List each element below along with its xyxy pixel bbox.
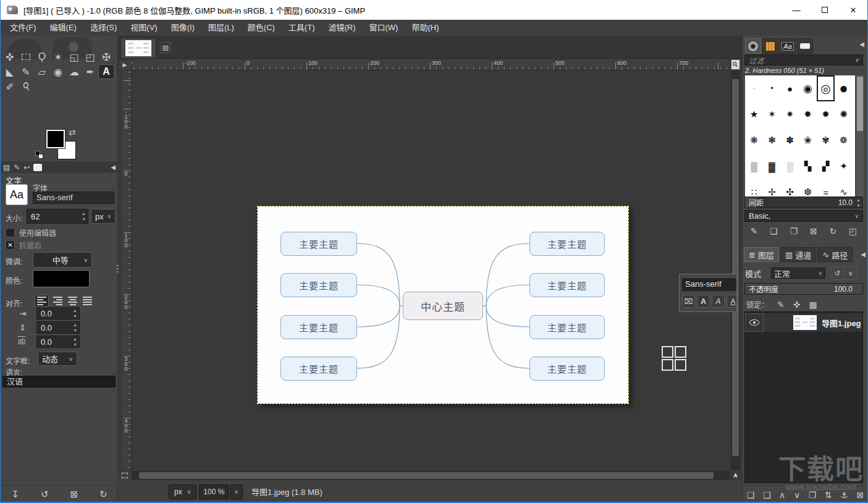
spin-up-icon[interactable]: ▴	[74, 336, 76, 342]
use-editor-checkbox-row[interactable]: 使用编辑器	[6, 227, 56, 238]
menu-layer[interactable]: 图层(L)	[201, 20, 241, 36]
vertical-scrollbar[interactable]	[731, 70, 740, 470]
brush-item[interactable]: ❁	[835, 127, 853, 153]
save-preset-icon[interactable]: ↧	[11, 489, 19, 500]
brush-item[interactable]: ✾	[817, 127, 835, 153]
italic-button[interactable]: A	[712, 295, 725, 308]
size-stepper[interactable]: 62 ▴▾	[27, 209, 88, 224]
foreground-color-swatch[interactable]	[46, 130, 65, 148]
mode-dropdown[interactable]: 正常 ∨	[770, 266, 827, 280]
mindmap-right-node[interactable]: 主要主题	[529, 232, 605, 256]
image-tab[interactable]	[120, 38, 156, 59]
collapse-arrow-icon[interactable]: ◀	[111, 164, 116, 171]
mindmap-left-node[interactable]: 主要主题	[280, 232, 357, 256]
spin-down-icon[interactable]: ▾	[74, 342, 76, 347]
duplicate-layer-icon[interactable]: ❐	[809, 490, 817, 500]
antialias-checkbox[interactable]: ✕	[6, 240, 15, 250]
spacing-slider[interactable]: 间距 10.0 ▴▾	[744, 197, 863, 208]
mode-reset-icon[interactable]: ↺	[831, 267, 845, 279]
raise-layer-icon[interactable]: ∧	[779, 490, 785, 500]
menu-view[interactable]: 视图(V)	[124, 20, 164, 36]
layers-tab[interactable]: ≣ 图层	[744, 247, 779, 262]
edit-brush-icon[interactable]: ✎	[751, 226, 758, 236]
horizontal-scrollbar-thumb[interactable]	[139, 472, 714, 479]
default-colors-icon[interactable]	[35, 151, 44, 159]
spin-up-icon[interactable]: ▴	[857, 197, 859, 203]
align-left-button[interactable]	[35, 295, 49, 307]
new-layer-group-icon[interactable]: ❑	[763, 490, 771, 500]
tool-options-tab-icon[interactable]: ✎	[14, 163, 20, 172]
brush-item[interactable]: ▓	[763, 153, 781, 179]
lower-layer-icon[interactable]: ∨	[794, 490, 800, 500]
bold-button[interactable]: A	[697, 295, 710, 308]
brush-item[interactable]: ▞	[817, 153, 835, 179]
delete-brush-icon[interactable]: ⊠	[810, 226, 817, 236]
brush-item[interactable]: ✷	[781, 101, 799, 127]
language-input[interactable]: 汉语	[2, 376, 116, 387]
undo-history-icon[interactable]: ↩	[23, 163, 30, 172]
menu-select[interactable]: 选择(S)	[83, 20, 124, 36]
zoom-dropdown-button[interactable]: ∨	[230, 484, 243, 499]
brush-item[interactable]: ✦	[835, 153, 853, 179]
unified-transform-tool[interactable]: ◰	[82, 49, 98, 64]
menu-tools[interactable]: 工具(T)	[282, 20, 322, 36]
lock-paint-icon[interactable]: ✎	[777, 300, 785, 310]
use-editor-checkbox[interactable]	[6, 228, 15, 237]
vertical-ruler[interactable]: -100 0 100 200 300 400	[122, 70, 132, 470]
free-select-tool[interactable]: Ϙ	[34, 49, 50, 64]
channels-tab[interactable]: ▥ 通道	[780, 247, 816, 262]
color-picker-tool[interactable]: ✐	[2, 79, 18, 94]
align-center-button[interactable]	[65, 295, 80, 307]
mindmap-left-node[interactable]: 主要主题	[280, 315, 357, 339]
hinting-dropdown[interactable]: 中等 ∨	[33, 252, 92, 268]
collapse-arrow-icon[interactable]: ◀	[859, 41, 864, 48]
brush-item[interactable]: ▚	[799, 153, 817, 179]
reset-tool-icon[interactable]: ↻	[99, 489, 107, 500]
mindmap-left-node[interactable]: 主要主题	[280, 357, 357, 381]
layer-visibility-cell[interactable]	[745, 313, 764, 332]
align-justify-button[interactable]	[81, 295, 95, 307]
menu-windows[interactable]: 窗口(W)	[363, 20, 405, 36]
brush-preset-dropdown[interactable]: Basic, ∨	[744, 210, 863, 222]
zoom-tool[interactable]: ⚲	[18, 79, 34, 94]
horizontal-ruler[interactable]: -200 -100 0 100 200 300 400 500 600 700	[132, 59, 728, 70]
text-box-dropdown[interactable]: 动态 ∨	[38, 352, 77, 366]
vertical-scrollbar-thumb[interactable]	[732, 79, 739, 456]
font-input[interactable]: Sans-serif	[33, 192, 114, 204]
fuzzy-select-tool[interactable]: ✶	[50, 49, 66, 64]
bucket-fill-tool[interactable]: ◣	[2, 64, 18, 79]
spin-up-icon[interactable]: ▴	[74, 308, 76, 313]
brush-item[interactable]: ★	[745, 101, 763, 127]
easel-icon[interactable]: ▤	[3, 163, 10, 172]
spin-up-icon[interactable]: ▴	[82, 211, 85, 216]
menu-colors[interactable]: 颜色(C)	[241, 20, 282, 36]
move-tool[interactable]: ✜	[2, 49, 18, 64]
mindmap-right-node[interactable]: 主要主题	[529, 357, 605, 381]
ink-tool[interactable]: ✒	[82, 64, 98, 79]
chevron-down-icon[interactable]: ∨	[845, 267, 857, 279]
new-layer-icon[interactable]: ❏	[747, 490, 755, 500]
dock-splitter[interactable]: ···	[743, 240, 868, 246]
merge-down-icon[interactable]: ⇅	[825, 490, 832, 500]
text-box-handle[interactable]	[662, 346, 686, 371]
antialias-checkbox-row[interactable]: ✕ 抗锯齿	[6, 240, 41, 250]
mindmap-left-node[interactable]: 主要主题	[280, 273, 357, 297]
quick-mask-button[interactable]	[118, 471, 132, 480]
patterns-tab[interactable]	[762, 38, 778, 54]
brush-filter-input[interactable]: 过滤 ∨	[744, 54, 863, 66]
lock-alpha-icon[interactable]: ▦	[809, 300, 817, 310]
new-brush-icon[interactable]: ❏	[770, 226, 778, 236]
text-color-swatch[interactable]	[33, 270, 90, 287]
brush-item[interactable]: ✶	[763, 101, 781, 127]
underline-button[interactable]: A	[727, 295, 737, 308]
collapse-arrow-icon[interactable]: ◀	[861, 251, 866, 258]
brush-item[interactable]: ●	[781, 75, 799, 101]
brush-item[interactable]: ✸	[799, 101, 817, 127]
refresh-brushes-icon[interactable]: ↻	[829, 226, 836, 236]
spin-down-icon[interactable]: ▾	[74, 313, 76, 319]
brush-item[interactable]: ◎	[817, 75, 835, 101]
floating-font-input[interactable]: Sans-serif	[682, 278, 737, 291]
menu-image[interactable]: 图像(I)	[164, 20, 201, 36]
align-right-button[interactable]	[50, 295, 64, 307]
handle-transform-tool[interactable]: ✠	[98, 49, 114, 64]
